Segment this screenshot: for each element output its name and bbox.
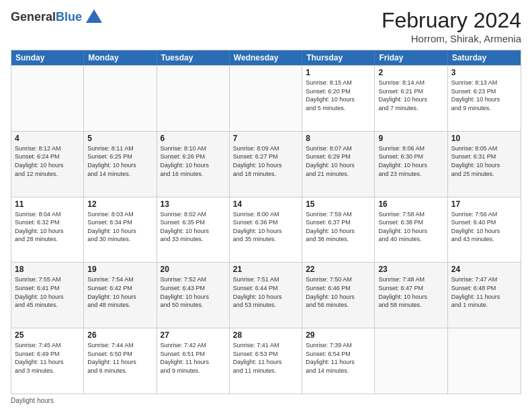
calendar-cell: 29Sunrise: 7:39 AM Sunset: 6:54 PM Dayli… (302, 328, 375, 394)
calendar-cell: 7Sunrise: 8:09 AM Sunset: 6:27 PM Daylig… (230, 132, 302, 197)
calendar-cell: 2Sunrise: 8:14 AM Sunset: 6:21 PM Daylig… (375, 66, 447, 131)
calendar-cell (11, 66, 84, 131)
footer-note: Daylight hours (11, 397, 521, 404)
day-number: 17 (451, 199, 517, 209)
logo-blue: Blue (56, 10, 82, 24)
page-title: February 2024 (382, 8, 521, 33)
day-info: Sunrise: 7:42 AM Sunset: 6:51 PM Dayligh… (161, 341, 226, 375)
day-number: 26 (87, 330, 152, 340)
calendar-cell: 20Sunrise: 7:52 AM Sunset: 6:43 PM Dayli… (157, 263, 230, 328)
day-info: Sunrise: 7:44 AM Sunset: 6:50 PM Dayligh… (87, 341, 152, 375)
day-info: Sunrise: 8:12 AM Sunset: 6:24 PM Dayligh… (15, 144, 80, 178)
calendar-cell: 4Sunrise: 8:12 AM Sunset: 6:24 PM Daylig… (11, 132, 84, 197)
calendar-cell (375, 328, 447, 394)
calendar-cell: 8Sunrise: 8:07 AM Sunset: 6:29 PM Daylig… (302, 132, 375, 197)
day-info: Sunrise: 7:59 AM Sunset: 6:37 PM Dayligh… (306, 210, 371, 244)
calendar-cell: 24Sunrise: 7:47 AM Sunset: 6:48 PM Dayli… (448, 263, 521, 328)
calendar-week: 4Sunrise: 8:12 AM Sunset: 6:24 PM Daylig… (11, 131, 521, 197)
calendar-cell (157, 66, 230, 131)
day-info: Sunrise: 8:14 AM Sunset: 6:21 PM Dayligh… (378, 79, 443, 112)
day-info: Sunrise: 8:02 AM Sunset: 6:35 PM Dayligh… (161, 210, 226, 244)
day-number: 12 (87, 199, 152, 209)
day-number: 24 (451, 265, 517, 274)
calendar-cell: 26Sunrise: 7:44 AM Sunset: 6:50 PM Dayli… (84, 328, 157, 394)
day-info: Sunrise: 8:09 AM Sunset: 6:27 PM Dayligh… (233, 144, 298, 178)
calendar-cell: 27Sunrise: 7:42 AM Sunset: 6:51 PM Dayli… (157, 328, 230, 394)
calendar-cell: 15Sunrise: 7:59 AM Sunset: 6:37 PM Dayli… (302, 197, 375, 263)
calendar-cell: 25Sunrise: 7:45 AM Sunset: 6:49 PM Dayli… (11, 328, 84, 394)
day-info: Sunrise: 7:48 AM Sunset: 6:47 PM Dayligh… (378, 275, 443, 309)
day-of-week-header: Saturday (448, 50, 521, 65)
day-info: Sunrise: 7:55 AM Sunset: 6:41 PM Dayligh… (15, 275, 80, 309)
logo: GeneralBlue (11, 8, 103, 27)
day-number: 5 (87, 134, 152, 143)
day-number: 10 (451, 134, 517, 143)
calendar-cell: 14Sunrise: 8:00 AM Sunset: 6:36 PM Dayli… (230, 197, 302, 263)
day-of-week-header: Tuesday (157, 50, 230, 65)
page: GeneralBlue February 2024 Horrom, Shirak… (0, 0, 532, 411)
page-subtitle: Horrom, Shirak, Armenia (382, 33, 521, 44)
calendar-week: 11Sunrise: 8:04 AM Sunset: 6:32 PM Dayli… (11, 197, 521, 263)
day-of-week-header: Sunday (11, 50, 84, 65)
calendar-week: 18Sunrise: 7:55 AM Sunset: 6:41 PM Dayli… (11, 262, 521, 328)
day-info: Sunrise: 8:13 AM Sunset: 6:23 PM Dayligh… (451, 79, 517, 112)
day-info: Sunrise: 8:11 AM Sunset: 6:25 PM Dayligh… (87, 144, 152, 178)
calendar-cell: 9Sunrise: 8:06 AM Sunset: 6:30 PM Daylig… (375, 132, 447, 197)
day-info: Sunrise: 7:58 AM Sunset: 6:38 PM Dayligh… (378, 210, 443, 244)
day-info: Sunrise: 8:10 AM Sunset: 6:26 PM Dayligh… (161, 144, 226, 178)
day-info: Sunrise: 7:52 AM Sunset: 6:43 PM Dayligh… (161, 275, 226, 309)
calendar-cell: 23Sunrise: 7:48 AM Sunset: 6:47 PM Dayli… (375, 263, 447, 328)
day-info: Sunrise: 8:15 AM Sunset: 6:20 PM Dayligh… (306, 79, 371, 112)
calendar-header: SundayMondayTuesdayWednesdayThursdayFrid… (11, 50, 521, 65)
day-of-week-header: Thursday (302, 50, 375, 65)
calendar-cell (84, 66, 157, 131)
svg-marker-0 (86, 9, 102, 23)
day-number: 15 (306, 199, 371, 209)
day-info: Sunrise: 7:54 AM Sunset: 6:42 PM Dayligh… (87, 275, 152, 309)
day-number: 2 (378, 68, 443, 77)
day-number: 9 (378, 134, 443, 143)
day-number: 23 (378, 265, 443, 274)
day-number: 20 (161, 265, 226, 274)
day-info: Sunrise: 7:45 AM Sunset: 6:49 PM Dayligh… (15, 341, 80, 375)
calendar-cell: 16Sunrise: 7:58 AM Sunset: 6:38 PM Dayli… (375, 197, 447, 263)
title-block: February 2024 Horrom, Shirak, Armenia (382, 8, 521, 44)
day-info: Sunrise: 8:06 AM Sunset: 6:30 PM Dayligh… (378, 144, 443, 178)
day-number: 22 (306, 265, 371, 274)
day-number: 8 (306, 134, 371, 143)
day-number: 18 (15, 265, 80, 274)
day-of-week-header: Monday (84, 50, 157, 65)
day-info: Sunrise: 8:07 AM Sunset: 6:29 PM Dayligh… (306, 144, 371, 178)
day-info: Sunrise: 7:41 AM Sunset: 6:53 PM Dayligh… (233, 341, 298, 375)
logo-icon (85, 8, 103, 27)
day-number: 29 (306, 330, 371, 340)
day-number: 14 (233, 199, 298, 209)
calendar-cell: 13Sunrise: 8:02 AM Sunset: 6:35 PM Dayli… (157, 197, 230, 263)
calendar-cell: 12Sunrise: 8:03 AM Sunset: 6:34 PM Dayli… (84, 197, 157, 263)
header: GeneralBlue February 2024 Horrom, Shirak… (11, 8, 521, 44)
calendar-cell (230, 66, 302, 131)
calendar-cell (448, 328, 521, 394)
day-number: 27 (161, 330, 226, 340)
day-number: 19 (87, 265, 152, 274)
day-info: Sunrise: 8:03 AM Sunset: 6:34 PM Dayligh… (87, 210, 152, 244)
day-info: Sunrise: 8:00 AM Sunset: 6:36 PM Dayligh… (233, 210, 298, 244)
day-number: 7 (233, 134, 298, 143)
day-info: Sunrise: 7:56 AM Sunset: 6:40 PM Dayligh… (451, 210, 517, 244)
logo-general: General (11, 10, 56, 24)
day-number: 16 (378, 199, 443, 209)
day-number: 4 (15, 134, 80, 143)
day-number: 11 (15, 199, 80, 209)
day-number: 21 (233, 265, 298, 274)
calendar-cell: 1Sunrise: 8:15 AM Sunset: 6:20 PM Daylig… (302, 66, 375, 131)
calendar-cell: 18Sunrise: 7:55 AM Sunset: 6:41 PM Dayli… (11, 263, 84, 328)
calendar-cell: 28Sunrise: 7:41 AM Sunset: 6:53 PM Dayli… (230, 328, 302, 394)
day-of-week-header: Wednesday (230, 50, 302, 65)
day-info: Sunrise: 7:47 AM Sunset: 6:48 PM Dayligh… (451, 275, 517, 309)
day-number: 3 (451, 68, 517, 77)
day-number: 1 (306, 68, 371, 77)
day-info: Sunrise: 7:39 AM Sunset: 6:54 PM Dayligh… (306, 341, 371, 375)
day-number: 25 (15, 330, 80, 340)
calendar-week: 1Sunrise: 8:15 AM Sunset: 6:20 PM Daylig… (11, 65, 521, 131)
calendar-cell: 21Sunrise: 7:51 AM Sunset: 6:44 PM Dayli… (230, 263, 302, 328)
